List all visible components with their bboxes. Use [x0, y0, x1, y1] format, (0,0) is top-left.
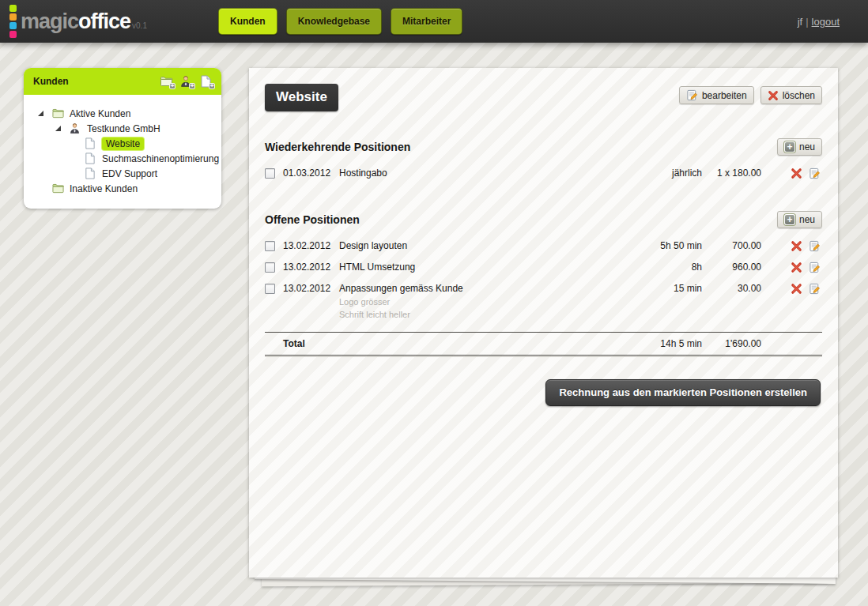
title-actions: bearbeiten löschen: [679, 86, 822, 104]
logo-magic: magic: [21, 9, 78, 33]
row-checkbox[interactable]: [265, 168, 275, 179]
tree-item-edv-support[interactable]: EDV Support: [32, 166, 215, 181]
logout-link[interactable]: logout: [812, 16, 840, 28]
sidebar-title: Kunden: [33, 76, 69, 87]
position-description: Design layouten: [339, 240, 609, 251]
table-row: 13.02.2012 Anpassungen gemäss Kunde Logo…: [265, 278, 822, 324]
total-duration: 14h 5 min: [609, 338, 702, 349]
invoice-row: Rechnung aus den markierten Positionen e…: [265, 379, 822, 406]
page-title: Website: [265, 84, 338, 111]
tree-item-label[interactable]: EDV Support: [102, 168, 157, 179]
position-amount: 1 x 180.00: [702, 167, 772, 179]
delete-x-icon: [768, 90, 779, 101]
new-open-position-button[interactable]: + neu: [777, 211, 822, 228]
position-note: Logo grösser: [339, 297, 609, 307]
tree-item-inaktive-kunden[interactable]: Inaktive Kunden: [32, 181, 215, 196]
recurring-positions-table: 01.03.2012 Hostingabo jährlich 1 x 180.0…: [265, 163, 822, 184]
position-amount: 30.00: [702, 283, 772, 294]
expand-arrow-icon[interactable]: [55, 126, 61, 131]
tree-item-label[interactable]: Aktive Kunden: [70, 108, 130, 119]
open-positions-table: 13.02.2012 Design layouten 5h 50 min 700…: [265, 235, 822, 357]
folder-icon: [51, 107, 65, 120]
edit-button[interactable]: bearbeiten: [679, 86, 754, 104]
project-icon: [84, 137, 97, 150]
row-checkbox[interactable]: [265, 262, 275, 273]
edit-row-icon[interactable]: [809, 283, 821, 295]
position-amount: 960.00: [702, 262, 772, 273]
tree-item-aktive-kunden[interactable]: Aktive Kunden: [32, 106, 215, 121]
section-title: Offene Positionen: [265, 213, 360, 226]
create-invoice-button[interactable]: Rechnung aus den markierten Positionen e…: [545, 379, 821, 406]
tree-item-label[interactable]: Suchmaschinenoptimierung: [102, 153, 219, 164]
sidebar-header: Kunden + + +: [24, 68, 221, 95]
sidebar-toolbar: + + +: [160, 75, 213, 88]
user-initials: jf: [798, 16, 803, 28]
logo-office: office: [78, 9, 130, 33]
nav-tab-mitarbeiter[interactable]: Mitarbeiter: [391, 8, 462, 35]
plus-icon: +: [784, 214, 795, 225]
user-separator: |: [806, 16, 808, 28]
new-recurring-position-button[interactable]: + neu: [777, 138, 822, 156]
edit-row-icon[interactable]: [809, 240, 821, 252]
section-head: Wiederkehrende Positionen + neu: [265, 138, 822, 156]
position-duration: 15 min: [609, 283, 702, 294]
total-amount: 1'690.00: [702, 338, 772, 349]
section-recurring-positions: Wiederkehrende Positionen + neu 01.03.20…: [265, 138, 822, 184]
plus-icon: +: [784, 141, 795, 152]
user-area: jf|logout: [798, 16, 840, 28]
customer-tree: Aktive Kunden Testkunde GmbH Website Suc…: [24, 95, 221, 209]
project-icon: [84, 167, 97, 180]
app-logo: magicofficev0.1: [9, 5, 147, 38]
new-button-label: neu: [799, 141, 815, 152]
add-project-icon[interactable]: +: [199, 75, 213, 88]
nav-tab-kunden[interactable]: Kunden: [218, 8, 277, 35]
project-icon: [84, 152, 97, 165]
new-button-label: neu: [799, 214, 815, 225]
section-title: Wiederkehrende Positionen: [265, 141, 410, 153]
row-checkbox[interactable]: [265, 241, 275, 251]
app-header: magicofficev0.1 Kunden Knowledgebase Mit…: [0, 0, 868, 43]
edit-row-icon[interactable]: [809, 262, 821, 273]
tree-item-label[interactable]: Website: [102, 137, 144, 150]
delete-row-icon[interactable]: [791, 283, 802, 295]
tree-item-label[interactable]: Inaktive Kunden: [70, 183, 138, 194]
title-row: Website bearbeiten löschen: [265, 84, 822, 111]
tree-item-testkunde-gmbh[interactable]: Testkunde GmbH: [32, 121, 215, 136]
customer-icon: [69, 122, 82, 135]
nav-tab-knowledgebase[interactable]: Knowledgebase: [286, 8, 382, 35]
position-amount: 700.00: [702, 240, 772, 251]
folder-icon: [51, 183, 65, 195]
table-row: 13.02.2012 Design layouten 5h 50 min 700…: [265, 235, 822, 257]
position-interval: jährlich: [609, 167, 702, 179]
delete-row-icon[interactable]: [791, 167, 802, 179]
section-head: Offene Positionen + neu: [265, 211, 822, 228]
delete-row-icon[interactable]: [791, 262, 802, 273]
plus-badge-icon: +: [189, 83, 195, 89]
content-panel: Website bearbeiten löschen Wiederkehrend…: [249, 68, 838, 578]
total-label: Total: [283, 338, 609, 349]
position-duration: 8h: [609, 262, 702, 273]
total-row: Total 14h 5 min 1'690.00: [265, 332, 822, 356]
expand-arrow-icon[interactable]: [38, 111, 43, 116]
position-date: 13.02.2012: [283, 262, 339, 273]
delete-button[interactable]: löschen: [760, 86, 822, 104]
table-row: 01.03.2012 Hostingabo jährlich 1 x 180.0…: [265, 163, 822, 184]
add-customer-icon[interactable]: +: [179, 75, 194, 88]
edit-button-label: bearbeiten: [702, 90, 747, 101]
tree-item-suchmaschinenoptimierung[interactable]: Suchmaschinenoptimierung: [32, 151, 215, 166]
delete-row-icon[interactable]: [791, 240, 802, 252]
tree-item-website[interactable]: Website: [32, 136, 215, 151]
tree-item-label[interactable]: Testkunde GmbH: [87, 123, 160, 134]
section-open-positions: Offene Positionen + neu 13.02.2012 Desig…: [265, 211, 822, 357]
plus-badge-icon: +: [169, 83, 175, 89]
logo-squares-icon: [9, 5, 17, 38]
total-block: Total 14h 5 min 1'690.00: [265, 332, 822, 357]
add-folder-icon[interactable]: +: [160, 75, 174, 88]
row-checkbox[interactable]: [265, 284, 275, 294]
position-date: 13.02.2012: [283, 240, 339, 251]
sidebar: Kunden + + + Aktive Kunden Testkun: [24, 68, 221, 209]
position-date: 13.02.2012: [283, 283, 339, 294]
position-description: Anpassungen gemäss Kunde: [339, 283, 463, 294]
edit-row-icon[interactable]: [809, 167, 821, 179]
logo-text: magicofficev0.1: [21, 11, 147, 32]
